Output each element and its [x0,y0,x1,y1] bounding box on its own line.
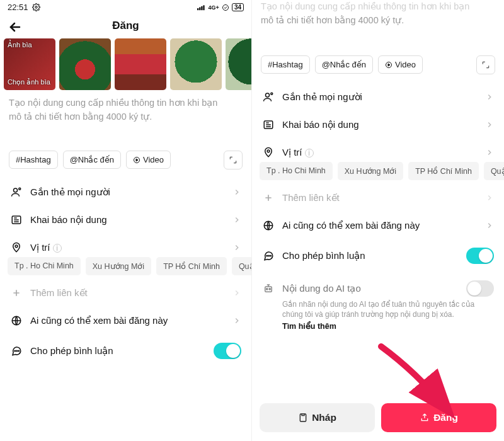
location-chip[interactable]: TP Hồ Chí Minh [156,257,227,275]
video-chip[interactable]: Video [378,55,423,74]
svg-point-14 [18,350,20,352]
globe-icon [10,315,23,326]
ai-content-toggle[interactable] [466,280,494,297]
row-location[interactable]: Vị tríi [252,139,504,162]
caption-hint-2: mô tả chi tiết hơn bằng 4000 ký tự. [9,110,243,124]
row-ai-content[interactable]: Nội dung do AI tạo [252,272,504,299]
svg-point-5 [222,4,228,10]
mention-chip[interactable]: @Nhắc đến [315,55,373,74]
photo-thumb-1[interactable] [59,38,111,90]
svg-point-17 [271,93,273,94]
mention-chip[interactable]: @Nhắc đến [63,151,121,169]
newspaper-icon [262,119,275,130]
svg-point-8 [19,188,21,190]
chevron-right-icon [232,289,241,297]
photo-thumb-4[interactable] [226,38,252,90]
svg-point-22 [268,255,270,256]
location-chip[interactable]: Xu Hướng Mới [338,162,403,180]
info-icon: i [305,149,314,158]
expand-caption-button[interactable] [476,55,495,74]
row-visibility[interactable]: Ai cũng có thể xem bài đăng này [252,212,504,239]
photo-thumb-3[interactable] [170,38,222,90]
svg-point-16 [266,93,270,97]
location-chip[interactable]: Tp . Ho Chi Minh [8,257,81,275]
tag-chip-row-right: #Hashtag @Nhắc đến Video [252,50,504,79]
header: Đăng [0,13,251,38]
battery-level: 34 [232,3,244,11]
ai-subtext: Gắn nhãn nội dung do AI tạo để tuân thủ … [252,299,504,321]
row-declare-content[interactable]: Khai báo nội dung [0,206,251,234]
chevron-right-icon [232,188,241,197]
row-allow-comments[interactable]: Cho phép bình luận [252,239,504,272]
hashtag-chip[interactable]: #Hashtag [261,55,310,74]
svg-rect-27 [300,414,306,421]
draft-button[interactable]: Nháp [260,403,375,432]
bottom-action-bar: Nháp Đăng [252,397,504,441]
row-visibility[interactable]: Ai cũng có thể xem bài đăng này [0,307,251,335]
location-chip[interactable]: TP Hồ Chí Minh [408,162,479,180]
location-pin-icon [10,242,23,253]
row-allow-comments[interactable]: Cho phép bình luận [0,335,251,367]
svg-point-26 [269,288,270,289]
svg-point-12 [14,350,16,352]
row-tag-people[interactable]: Gắn thẻ mọi người [252,83,504,111]
location-chip[interactable]: Quận [484,162,504,180]
row-add-link[interactable]: Thêm liên kết [0,279,251,307]
svg-point-25 [266,288,268,289]
svg-rect-1 [197,8,198,10]
network-type: 4G+ [209,4,219,11]
comments-toggle[interactable] [466,248,494,264]
newspaper-icon [10,214,23,226]
chevron-right-icon [485,148,494,157]
ai-learn-more-link[interactable]: Tìm hiểu thêm [252,320,504,336]
right-pane: Tạo nội dung cung cấp nhiều thông tin hơ… [252,0,504,441]
row-location[interactable]: Vị tríi [0,234,251,257]
comments-toggle[interactable] [214,343,241,359]
chevron-right-icon [232,316,241,325]
status-bar: 22:51 4G+ 34 [0,0,251,13]
tag-chip-row: #Hashtag @Nhắc đến Video [0,146,251,175]
plus-icon [10,288,23,298]
location-chip[interactable]: Tp . Ho Chi Minh [260,162,333,180]
options-list-right: Gắn thẻ mọi người Khai báo nội dung Vị t… [252,79,504,336]
location-chip[interactable]: Xu Hướng Mới [86,257,151,275]
chevron-right-icon [485,193,494,202]
info-icon: i [53,244,62,253]
globe-icon [262,220,275,231]
location-pin-icon [262,147,275,158]
row-declare-content[interactable]: Khai báo nội dung [252,111,504,139]
signal-icon [197,4,206,11]
chevron-right-icon [232,243,241,252]
post-button[interactable]: Đăng [381,403,496,432]
location-chip[interactable]: Quận [232,257,251,275]
caption-input[interactable]: Tạo nội dung cung cấp nhiều thông tin hơ… [0,90,251,128]
svg-point-19 [267,149,270,152]
video-chip[interactable]: Video [126,151,171,169]
chevron-right-icon [232,215,241,224]
cover-option[interactable]: Chọn ảnh bìa [8,78,50,86]
options-list-left: Gắn thẻ mọi người Khai báo nội dung Vị t… [0,175,251,367]
row-add-link[interactable]: Thêm liên kết [252,184,504,212]
svg-rect-2 [199,8,200,11]
cover-thumb[interactable]: Ảnh bìa Chọn ảnh bìa [4,38,55,90]
expand-caption-button[interactable] [224,151,243,169]
chevron-right-icon [485,93,494,101]
comment-icon [10,345,23,357]
svg-rect-4 [203,5,204,10]
status-time: 22:51 [8,3,28,12]
person-icon [10,186,23,198]
svg-point-10 [15,244,18,247]
location-suggestions: Tp . Ho Chi Minh Xu Hướng Mới TP Hồ Chí … [0,257,251,279]
plus-icon [262,193,275,203]
back-button[interactable] [8,20,23,35]
caption-hint-right: Tạo nội dung cung cấp nhiều thông tin hơ… [252,0,504,30]
left-pane: 22:51 4G+ 34 Đăng Ảnh bìa Chọn ảnh bìa [0,0,252,441]
row-tag-people[interactable]: Gắn thẻ mọi người [0,178,251,206]
chevron-right-icon [485,221,494,230]
photo-thumb-2[interactable] [115,38,166,90]
svg-rect-3 [201,6,202,10]
chevron-right-icon [485,120,494,129]
hashtag-chip[interactable]: #Hashtag [9,151,58,169]
thumbnail-strip[interactable]: Ảnh bìa Chọn ảnh bìa [0,38,251,90]
page-title: Đăng [112,20,139,32]
